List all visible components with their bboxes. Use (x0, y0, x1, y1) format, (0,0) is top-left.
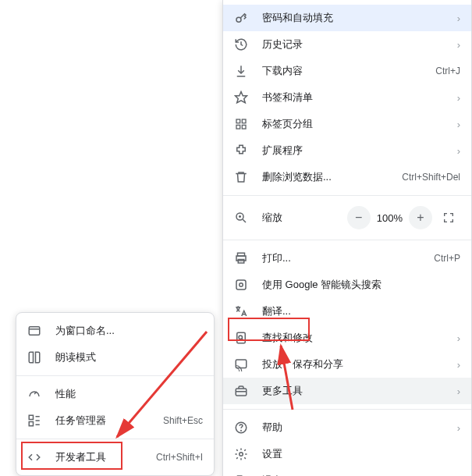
menu-item-cast[interactable]: 投放、保存和分享 › (223, 351, 471, 378)
toolbox-icon (234, 384, 248, 398)
download-icon (234, 64, 248, 78)
menu-item-exit[interactable]: 退出 (223, 467, 471, 476)
trash-icon (234, 170, 248, 184)
svg-rect-5 (242, 125, 246, 129)
chevron-right-icon: › (454, 92, 460, 104)
menu-item-settings[interactable]: 设置 (223, 441, 471, 467)
menu-item-tabgroups[interactable]: 标签页分组 › (223, 111, 471, 137)
menu-label: 开发者工具 (55, 450, 156, 464)
menu-label: 打印... (262, 251, 434, 265)
chevron-right-icon: › (454, 422, 460, 434)
svg-rect-14 (236, 360, 247, 368)
menu-item-passwords[interactable]: 密码和自动填充 › (223, 5, 471, 31)
menu-label: 更多工具 (262, 384, 454, 398)
code-icon (27, 450, 41, 464)
zoom-out-button[interactable]: − (347, 206, 371, 229)
chevron-right-icon: › (454, 385, 460, 397)
menu-shortcut: Ctrl+P (434, 253, 460, 264)
zoom-percent: 100% (371, 212, 409, 224)
svg-rect-4 (236, 125, 240, 129)
more-tools-submenu: 为窗口命名... 朗读模式 性能 任务管理器 Shift+Esc 开发者工具 C… (16, 312, 215, 476)
menu-item-help[interactable]: 帮助 › (223, 414, 471, 441)
menu-label: 为窗口命名... (55, 324, 203, 338)
menu-item-name-window[interactable]: 为窗口命名... (16, 318, 214, 344)
menu-item-print[interactable]: 打印... Ctrl+P (223, 245, 471, 272)
grid-icon (234, 117, 248, 131)
menu-shortcut: Ctrl+Shift+I (156, 452, 203, 463)
chevron-right-icon: › (454, 359, 460, 371)
menu-shortcut: Shift+Esc (163, 415, 203, 426)
menu-divider (223, 195, 471, 196)
gauge-icon (27, 387, 41, 401)
menu-divider (16, 439, 214, 439)
menu-label: 翻译... (262, 304, 460, 318)
menu-label: 密码和自动填充 (262, 11, 454, 25)
menu-item-bookmarks[interactable]: 书签和清单 › (223, 84, 471, 111)
history-icon (234, 37, 248, 52)
chevron-right-icon: › (454, 332, 460, 344)
svg-point-11 (240, 283, 243, 287)
menu-label: 任务管理器 (55, 414, 163, 428)
cast-icon (234, 357, 248, 371)
translate-icon (234, 304, 248, 318)
svg-rect-20 (29, 415, 33, 419)
menu-divider (223, 409, 471, 410)
menu-label: 扩展程序 (262, 144, 454, 158)
svg-rect-2 (236, 119, 240, 123)
extension-icon (234, 144, 248, 158)
menu-label: 历史记录 (262, 37, 454, 52)
menu-label: 使用 Google 智能镜头搜索 (262, 278, 460, 292)
menu-label: 性能 (55, 387, 203, 401)
menu-label: 帮助 (262, 421, 454, 435)
menu-item-lens[interactable]: 使用 Google 智能镜头搜索 (223, 272, 471, 298)
gear-icon (234, 447, 248, 461)
svg-point-17 (241, 430, 242, 431)
menu-item-reader[interactable]: 朗读模式 (16, 344, 214, 371)
svg-rect-12 (237, 332, 246, 343)
menu-label: 查找和修改 (262, 331, 454, 345)
menu-label: 朗读模式 (55, 350, 203, 364)
menu-item-clear-data[interactable]: 删除浏览数据... Ctrl+Shift+Del (223, 164, 471, 190)
menu-divider (16, 375, 214, 376)
chevron-right-icon: › (454, 119, 460, 130)
fullscreen-button[interactable] (437, 206, 460, 229)
chevron-right-icon: › (454, 12, 460, 24)
menu-label: 标签页分组 (262, 117, 454, 131)
menu-label: 书签和清单 (262, 91, 454, 105)
svg-point-0 (236, 17, 241, 22)
menu-label: 设置 (262, 447, 460, 461)
book-icon (27, 350, 41, 364)
menu-divider (223, 240, 471, 240)
svg-rect-21 (29, 422, 33, 426)
menu-item-zoom: 缩放 − 100% + (223, 201, 471, 235)
find-icon (234, 331, 248, 345)
menu-item-performance[interactable]: 性能 (16, 381, 214, 407)
menu-shortcut: Ctrl+Shift+Del (402, 172, 460, 183)
lens-icon (234, 278, 248, 292)
menu-label: 投放、保存和分享 (262, 357, 454, 371)
svg-rect-3 (242, 119, 246, 123)
svg-rect-10 (236, 280, 246, 290)
chevron-right-icon: › (454, 39, 460, 51)
task-icon (27, 414, 41, 428)
window-icon (27, 324, 41, 338)
key-icon (234, 11, 248, 25)
menu-item-devtools[interactable]: 开发者工具 Ctrl+Shift+I (16, 444, 214, 471)
zoom-in-button[interactable]: + (409, 206, 432, 229)
menu-item-downloads[interactable]: 下载内容 Ctrl+J (223, 58, 471, 84)
menu-item-more-tools[interactable]: 更多工具 › (223, 378, 471, 404)
chevron-right-icon: › (454, 145, 460, 157)
svg-marker-1 (236, 92, 247, 103)
menu-item-extensions[interactable]: 扩展程序 › (223, 137, 471, 164)
menu-item-history[interactable]: 历史记录 › (223, 31, 471, 58)
menu-item-task-manager[interactable]: 任务管理器 Shift+Esc (16, 407, 214, 434)
menu-item-translate[interactable]: 翻译... (223, 298, 471, 325)
menu-item-find[interactable]: 查找和修改 › (223, 325, 471, 351)
svg-point-18 (240, 453, 243, 456)
help-icon (234, 421, 248, 435)
menu-label: 下载内容 (262, 64, 435, 78)
main-menu: 密码和自动填充 › 历史记录 › 下载内容 Ctrl+J 书签和清单 › 标签页… (222, 0, 472, 476)
zoom-icon (234, 211, 248, 225)
menu-shortcut: Ctrl+J (435, 66, 460, 76)
svg-rect-19 (29, 327, 40, 336)
